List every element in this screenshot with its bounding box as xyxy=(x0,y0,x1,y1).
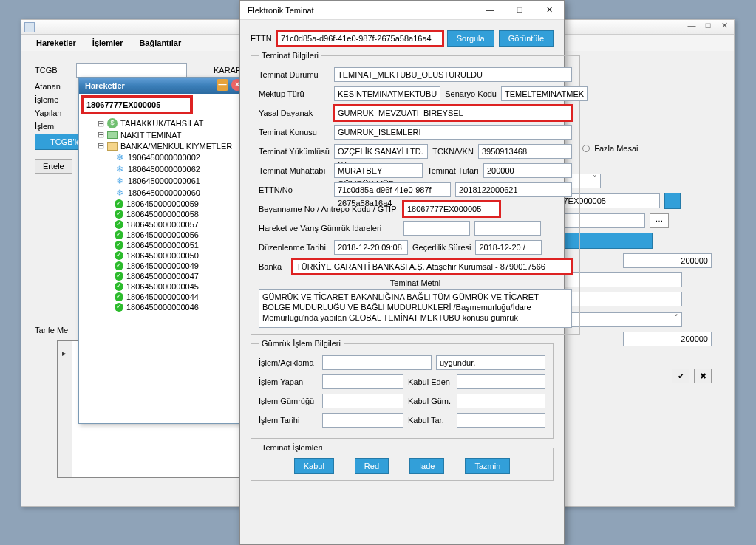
islem-gumrugu-field[interactable] xyxy=(322,394,403,408)
hareket-label: Hareket ve Varış Gümrük İdareleri xyxy=(259,224,399,233)
tree-node-banka[interactable]: ⊟BANKA/MENKUL KIYMETLER xyxy=(82,140,243,151)
maximize-icon[interactable]: □ xyxy=(701,20,715,32)
check-icon: ✓ xyxy=(115,251,123,260)
konu-field[interactable]: GUMRUK_ISLEMLERI xyxy=(334,125,572,140)
beyan-field[interactable]: 18067777EX000005 xyxy=(403,202,500,216)
kabul-eden-field[interactable] xyxy=(457,374,545,389)
ertele-button[interactable]: Ertele xyxy=(35,159,72,174)
tree-item[interactable]: ✓1806450000000046 xyxy=(82,302,243,312)
elektronik-teminat-dialog: Elektronik Teminat — □ ✕ ETTN 71c0d85a-d… xyxy=(239,0,565,545)
beyan-label: Beyanname No / Antrepo Kodu / GTİP xyxy=(259,205,399,213)
senaryo-field[interactable]: TEMELTEMINATMEK xyxy=(501,86,588,101)
tree-item[interactable]: ❄1806450000000060 xyxy=(82,187,243,199)
ettnno-field1[interactable]: 71c0d85a-d96f-41e0-987f-2675a58a16a4 xyxy=(334,182,451,197)
right-amount-2[interactable]: 200000 xyxy=(623,332,712,346)
tree-item[interactable]: ✓1806450000000049 xyxy=(82,261,243,271)
minimize-icon[interactable]: — xyxy=(685,20,698,32)
hareket-field1[interactable] xyxy=(403,221,470,236)
confirm-icon[interactable]: ✔ xyxy=(672,369,689,383)
red-button[interactable]: Red xyxy=(355,458,389,474)
kabul-gum-label: Kabul Güm. xyxy=(408,397,452,405)
tree-item[interactable]: ✓1806450000000044 xyxy=(82,292,243,302)
tree-item[interactable]: ✓1806450000000059 xyxy=(82,199,243,209)
yapilan-label: Yapılan xyxy=(35,109,72,117)
konu-label: Teminat Konusu xyxy=(259,128,330,137)
tree-item[interactable]: ✓1806450000000056 xyxy=(82,230,243,240)
iade-button[interactable]: İade xyxy=(409,458,444,474)
yasal-label: Yasal Dayanak xyxy=(259,109,330,117)
hareketler-tree[interactable]: ⊞$TAHAKKUK/TAHSİLAT ⊞NAKİT TEMİNAT ⊟BANK… xyxy=(79,116,246,433)
gecer-field[interactable]: 2018-12-20 / xyxy=(475,240,542,255)
tree-item[interactable]: ❄1906450000000002 xyxy=(82,151,243,163)
islem-yapan-field[interactable] xyxy=(322,374,403,389)
tutar-field[interactable]: 200000 xyxy=(483,163,572,178)
banka-label: Banka xyxy=(259,262,288,271)
fazla-mesai-radio[interactable] xyxy=(582,145,590,152)
tckn-field[interactable]: 3950913468 xyxy=(478,144,572,159)
cancel-icon[interactable]: ✖ xyxy=(694,369,712,383)
menu-islemler[interactable]: İşlemler xyxy=(92,38,123,47)
check-icon: ✓ xyxy=(115,272,123,281)
check-icon: ✓ xyxy=(115,261,123,270)
yasal-field[interactable]: GUMRUK_MEVZUATI_BIREYSEL xyxy=(334,106,572,120)
dialog-maximize-icon[interactable]: □ xyxy=(505,1,534,18)
tree-item[interactable]: ✓1806450000000045 xyxy=(82,281,243,292)
close-icon[interactable]: ✕ xyxy=(718,20,731,32)
dialog-close-icon[interactable]: ✕ xyxy=(534,1,564,18)
dialog-minimize-icon[interactable]: — xyxy=(475,1,505,18)
tree-node-nakit[interactable]: ⊞NAKİT TEMİNAT xyxy=(82,129,243,140)
right-amount-1[interactable]: 200000 xyxy=(623,253,712,268)
muhat-field[interactable]: MURATBEY GÜMRÜK MÜD xyxy=(334,163,423,178)
durum-label: Teminat Durumu xyxy=(259,70,330,79)
teminat-islemleri-group: Teminat İşlemleri Kabul Red İade Tazmin xyxy=(251,443,554,481)
tree-item[interactable]: ✓1806450000000058 xyxy=(82,209,243,219)
panel-minimize-icon[interactable]: — xyxy=(217,79,228,91)
tree-item[interactable]: ✓1806450000000047 xyxy=(82,271,243,281)
goruntule-button[interactable]: Görüntüle xyxy=(499,30,554,47)
ettnno-field2[interactable]: 2018122000621 xyxy=(455,182,572,197)
hareket-field2[interactable] xyxy=(474,221,541,236)
yukum-field[interactable]: ÖZÇELİK SANAYİ LTD. ŞT xyxy=(334,144,428,159)
menu-hareketler[interactable]: Hareketler xyxy=(36,38,76,47)
folder-icon xyxy=(107,142,118,151)
check-icon: ✓ xyxy=(115,230,123,239)
teminat-metni-label: Teminat Metni xyxy=(259,278,572,287)
islemi-label: İşlemi xyxy=(35,122,72,131)
kabul-eden-label: Kabul Eden xyxy=(408,377,452,386)
tree-item[interactable]: ✓1806450000000050 xyxy=(82,250,243,261)
dollar-icon: $ xyxy=(107,118,118,128)
islem-tarihi-field[interactable] xyxy=(322,413,403,428)
check-icon: ✓ xyxy=(115,199,123,208)
teminat-metni-textarea[interactable]: GÜMRÜK VE TİCARET BAKANLIĞINA BAĞLI TÜM … xyxy=(259,289,572,328)
tree-item[interactable]: ❄1806450000000061 xyxy=(82,175,243,187)
hareketler-search-input[interactable] xyxy=(82,97,191,113)
check-icon: ✓ xyxy=(115,282,123,291)
tree-item[interactable]: ✓1806450000000051 xyxy=(82,240,243,250)
banka-field[interactable]: TÜRKİYE GARANTİ BANKASI A.Ş. Ataşehir Ku… xyxy=(293,259,572,274)
grid-row-pointer-icon: ▸ xyxy=(62,349,67,358)
sorgula-button[interactable]: Sorgula xyxy=(447,30,494,47)
ettn-field[interactable]: 71c0d85a-d96f-41e0-987f-2675a58a16a4 xyxy=(277,31,443,46)
mektup-field[interactable]: KESINTEMINATMEKTUBU xyxy=(334,86,440,101)
kabul-gum-field[interactable] xyxy=(457,394,545,408)
kabul-button[interactable]: Kabul xyxy=(294,458,334,474)
menu-baglantilar[interactable]: Bağlantılar xyxy=(139,38,181,47)
kabul-tar-field[interactable] xyxy=(457,413,545,428)
check-icon: ✓ xyxy=(115,292,123,301)
tcgb-label: TCGB xyxy=(35,66,72,75)
islem-tarihi-label: İşlem Tarihi xyxy=(259,416,318,425)
islem-yapan-label: İşlem Yapan xyxy=(259,377,318,386)
ettnno-label: ETTN/No xyxy=(259,185,330,194)
tcgb-field[interactable] xyxy=(76,63,187,78)
ellipsis-button[interactable]: … xyxy=(650,213,669,228)
isleme-label: İşleme xyxy=(35,95,72,104)
tree-item[interactable]: ❄1806450000000062 xyxy=(82,163,243,175)
duz-field[interactable]: 2018-12-20 09:08 xyxy=(334,240,408,255)
aciklama-field[interactable]: uygundur. xyxy=(436,355,545,370)
tazmin-button[interactable]: Tazmin xyxy=(465,458,510,474)
tree-node-tahakkuk[interactable]: ⊞$TAHAKKUK/TAHSİLAT xyxy=(82,117,243,129)
durum-field[interactable]: TEMINAT_MEKTUBU_OLUSTURULDU xyxy=(334,67,572,82)
islem-field[interactable] xyxy=(322,355,432,370)
tree-item[interactable]: ✓1806450000000057 xyxy=(82,219,243,230)
right-blue-1[interactable] xyxy=(664,193,681,209)
